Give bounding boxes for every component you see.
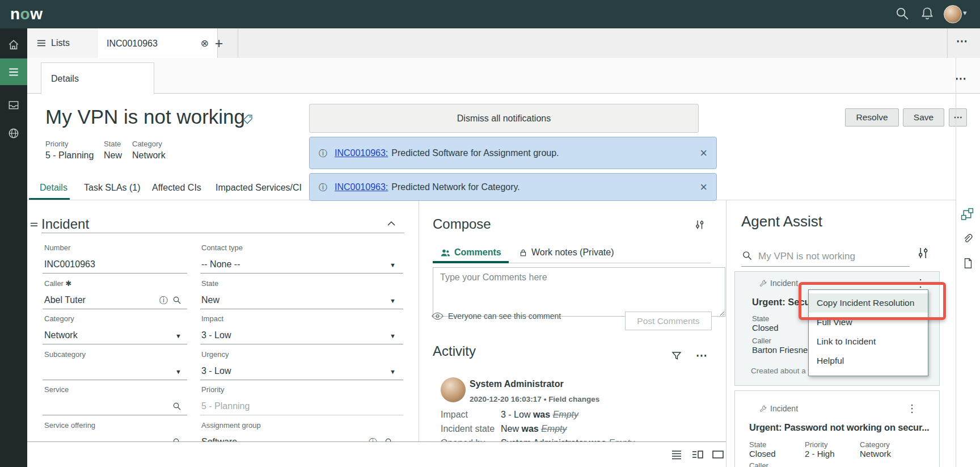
- record-tab-affected-cis[interactable]: Affected CIs: [152, 183, 201, 193]
- notifications-bell-icon[interactable]: [920, 6, 935, 21]
- comments-input[interactable]: [433, 267, 725, 317]
- activity-filter-funnel-icon[interactable]: [671, 350, 682, 361]
- card-state-label: State: [752, 314, 769, 323]
- field-assignment-group-label: Assignment group: [201, 421, 261, 430]
- caller-search-icon[interactable]: [172, 296, 181, 305]
- tab-work-notes-label: Work notes (Private): [531, 247, 614, 258]
- notification-close-icon[interactable]: ×: [700, 148, 707, 159]
- activity-title: Activity: [433, 343, 476, 359]
- tag-icon[interactable]: [242, 113, 254, 125]
- agent-assist-search-line: [741, 266, 910, 267]
- record-tab-task-slas[interactable]: Task SLAs (1): [84, 183, 141, 193]
- change-field-value: New was Empty: [501, 424, 567, 434]
- flow-designer-icon[interactable]: [961, 208, 974, 221]
- card-caller-label: Caller: [752, 336, 771, 345]
- urgency-dropdown-icon[interactable]: ▼: [390, 368, 396, 375]
- search-icon[interactable]: [895, 6, 910, 21]
- impact-dropdown-icon[interactable]: ▼: [390, 333, 396, 339]
- split-view-icon[interactable]: [691, 448, 706, 461]
- notification-record-link[interactable]: INC0010963:: [335, 182, 388, 192]
- contact-type-dropdown-icon[interactable]: ▼: [390, 262, 396, 268]
- nav-home-icon[interactable]: [0, 35, 27, 54]
- record-tab-details[interactable]: Details: [40, 183, 67, 193]
- field-state-value[interactable]: New: [201, 295, 219, 305]
- nav-globe-icon[interactable]: [0, 124, 27, 143]
- caller-info-icon[interactable]: ⓘ: [159, 296, 168, 304]
- agent-assist-search-input[interactable]: [757, 249, 910, 264]
- comment-visibility-note: Everyone can see this comment: [448, 312, 561, 321]
- incident-section-title: Incident: [41, 216, 89, 232]
- tab-comments[interactable]: Comments: [441, 247, 501, 258]
- section-collapse-chevron-icon[interactable]: [387, 221, 396, 226]
- notification-record-link[interactable]: INC0010963:: [335, 148, 388, 158]
- summary-priority-label: Priority: [45, 140, 68, 148]
- user-avatar[interactable]: [944, 5, 962, 23]
- record-subtab-row: [27, 58, 980, 93]
- field-impact-value[interactable]: 3 - Low: [201, 330, 231, 340]
- field-caller-value[interactable]: Abel Tuter: [44, 295, 86, 305]
- summary-category-label: Category: [132, 140, 162, 148]
- field-number-value[interactable]: INC0010963: [44, 259, 95, 270]
- nav-inbox-icon[interactable]: [0, 95, 27, 115]
- field-state-label: State: [201, 279, 218, 288]
- tabbar-divider: [947, 28, 948, 58]
- card-kebab-menu-icon[interactable]: ⋮: [907, 403, 917, 414]
- save-button[interactable]: Save: [903, 108, 944, 127]
- agent-assist-result-card[interactable]: Incident ⋮ Urgent: Password not working …: [734, 390, 940, 467]
- field-service-offering-label: Service offering: [44, 421, 95, 430]
- activity-entry-meta: 2020-12-20 16:03:17 • Field changes: [470, 395, 599, 403]
- field-category-label: Category: [44, 314, 74, 323]
- field-caller-label: Caller ✱: [44, 279, 72, 288]
- agent-assist-filter-sliders-icon[interactable]: [916, 246, 930, 260]
- activity-timestamp: 2020-12-20 16:03:17: [470, 395, 542, 403]
- notification-close-icon[interactable]: ×: [700, 182, 707, 193]
- post-comments-button[interactable]: Post Comments: [625, 312, 712, 330]
- menu-item-helpful[interactable]: Helpful: [809, 351, 928, 371]
- subcategory-dropdown-icon[interactable]: ▼: [175, 368, 181, 375]
- state-dropdown-icon[interactable]: ▼: [390, 297, 396, 304]
- field-priority-value: 5 - Planning: [201, 401, 250, 411]
- service-search-icon[interactable]: [172, 402, 181, 411]
- activity-more-button[interactable]: ⋯: [696, 350, 707, 361]
- card-title: Urgent: Password not working on secur...: [749, 422, 936, 433]
- menu-item-full-view[interactable]: Full View: [809, 313, 928, 332]
- new-tab-button[interactable]: +: [200, 28, 238, 58]
- paperclip-attachment-icon[interactable]: [962, 233, 973, 245]
- field-contact-type-value[interactable]: -- None --: [201, 259, 240, 270]
- tab-work-notes[interactable]: Work notes (Private): [519, 247, 614, 258]
- menu-item-link-to-incident[interactable]: Link to Incident: [809, 332, 928, 351]
- notification-message: Predicted Software for Assignment group.: [391, 148, 559, 158]
- summary-state-label: State: [104, 140, 121, 148]
- eye-visibility-icon: [432, 312, 443, 320]
- subtab-details[interactable]: Details: [41, 62, 154, 94]
- card-kebab-menu-icon[interactable]: ⋮: [915, 278, 926, 288]
- list-view-icon[interactable]: [670, 448, 685, 461]
- card-priority-label: Priority: [805, 440, 827, 449]
- full-view-icon[interactable]: [711, 448, 726, 461]
- agent-assist-search-icon[interactable]: [742, 250, 753, 261]
- category-dropdown-icon[interactable]: ▼: [175, 333, 181, 339]
- activity-author-name: System Administrator: [470, 379, 564, 389]
- field-urgency-value[interactable]: 3 - Low: [201, 366, 231, 376]
- compose-assist-divider: [726, 200, 726, 467]
- field-category-value[interactable]: Network: [44, 330, 78, 340]
- field-subcategory-label: Subcategory: [44, 350, 86, 359]
- avatar-caret-icon[interactable]: ▾: [963, 9, 967, 17]
- card-type-label: Incident: [770, 279, 798, 288]
- dismiss-all-notifications-button[interactable]: Dismiss all notifications: [309, 104, 699, 133]
- subtab-more-button[interactable]: ⋯: [955, 73, 966, 84]
- field-contact-type-label: Contact type: [201, 243, 243, 252]
- notification-banner: ⓘ INC0010963: Predicted Network for Cate…: [309, 173, 717, 201]
- tabbar-more-button[interactable]: ⋯: [956, 35, 968, 47]
- required-icon: ✱: [66, 279, 72, 288]
- tab-lists-label: Lists: [51, 38, 70, 48]
- nav-lists-icon[interactable]: [0, 58, 27, 85]
- agent-assist-title: Agent Assist: [741, 213, 822, 230]
- compose-settings-sliders-icon[interactable]: [694, 219, 706, 230]
- menu-item-copy-incident-resolution[interactable]: Copy Incident Resolution: [809, 293, 928, 313]
- record-more-button[interactable]: ⋯: [949, 108, 967, 127]
- tab-lists[interactable]: Lists: [27, 28, 108, 58]
- record-tab-impacted-services[interactable]: Impacted Services/CI: [216, 183, 302, 193]
- resolve-button[interactable]: Resolve: [845, 108, 899, 127]
- document-icon[interactable]: [962, 257, 974, 270]
